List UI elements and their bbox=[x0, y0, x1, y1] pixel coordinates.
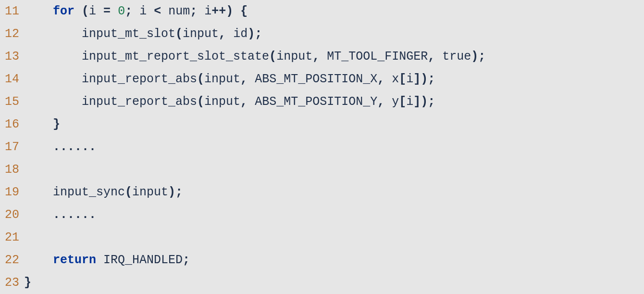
token-id: IRQ_HANDLED bbox=[103, 253, 183, 267]
line-number: 15 bbox=[0, 90, 24, 113]
token-txt bbox=[248, 72, 255, 86]
code-line: 16 } bbox=[0, 113, 644, 136]
token-pun: , bbox=[377, 95, 384, 109]
token-pun: = bbox=[103, 4, 111, 18]
token-kw: return bbox=[53, 253, 96, 267]
token-txt bbox=[384, 95, 392, 109]
token-id: i bbox=[89, 4, 96, 18]
line-number: 20 bbox=[0, 204, 24, 226]
code-text: input_mt_report_slot_state(input, MT_TOO… bbox=[24, 45, 485, 68]
code-line: 22 return IRQ_HANDLED; bbox=[0, 249, 644, 271]
token-pun: < bbox=[154, 4, 161, 18]
token-pun: ...... bbox=[53, 140, 96, 154]
code-line: 12 input_mt_slot(input, id); bbox=[0, 23, 644, 45]
code-text: } bbox=[24, 113, 60, 136]
token-pun: , bbox=[219, 27, 226, 41]
token-txt bbox=[24, 185, 53, 199]
token-id: i bbox=[406, 72, 413, 86]
token-pun: ; bbox=[190, 4, 197, 18]
token-txt bbox=[147, 4, 154, 18]
line-number: 21 bbox=[0, 226, 24, 249]
code-line: 15 input_report_abs(input, ABS_MT_POSITI… bbox=[0, 90, 644, 113]
code-block: 11 for (i = 0; i < num; i++) {12 input_m… bbox=[0, 0, 644, 294]
token-id: input bbox=[204, 95, 240, 109]
code-line: 18 bbox=[0, 158, 644, 181]
code-line: 17 ...... bbox=[0, 136, 644, 158]
token-pun: ++) bbox=[211, 4, 233, 18]
token-id: i bbox=[204, 4, 211, 18]
token-pun: , bbox=[312, 50, 320, 64]
token-id: id bbox=[233, 27, 248, 41]
line-number: 12 bbox=[0, 23, 24, 45]
token-pun: ( bbox=[125, 185, 132, 199]
token-pun: ...... bbox=[53, 208, 96, 222]
token-id: input_mt_report_slot_state bbox=[82, 50, 269, 64]
token-txt bbox=[24, 253, 53, 267]
token-id: i bbox=[139, 4, 147, 18]
token-id: MT_TOOL_FINGER bbox=[327, 50, 428, 64]
code-line: 21 bbox=[0, 226, 644, 249]
token-pun: ]); bbox=[413, 95, 435, 109]
token-txt bbox=[197, 4, 204, 18]
code-text: input_report_abs(input, ABS_MT_POSITION_… bbox=[24, 68, 435, 90]
line-number: 16 bbox=[0, 113, 24, 136]
token-id: true bbox=[442, 50, 471, 64]
code-text: } bbox=[24, 271, 31, 294]
code-text: ...... bbox=[24, 204, 96, 226]
code-text: for (i = 0; i < num; i++) { bbox=[24, 0, 248, 23]
code-text: return IRQ_HANDLED; bbox=[24, 249, 190, 271]
code-line: 14 input_report_abs(input, ABS_MT_POSITI… bbox=[0, 68, 644, 90]
token-txt bbox=[74, 4, 82, 18]
token-pun: ]); bbox=[413, 72, 435, 86]
token-pun: ); bbox=[471, 50, 485, 64]
token-pun: ; bbox=[183, 253, 190, 267]
token-pun: ( bbox=[82, 4, 89, 18]
token-pun: } bbox=[24, 276, 31, 290]
token-txt bbox=[233, 4, 240, 18]
token-txt bbox=[248, 95, 255, 109]
token-id: input bbox=[204, 72, 240, 86]
code-line: 11 for (i = 0; i < num; i++) { bbox=[0, 0, 644, 23]
token-pun: , bbox=[240, 95, 248, 109]
code-line: 20 ...... bbox=[0, 204, 644, 226]
line-number: 18 bbox=[0, 158, 24, 181]
line-number: 17 bbox=[0, 136, 24, 158]
token-id: input bbox=[183, 27, 219, 41]
token-txt bbox=[161, 4, 168, 18]
code-text: input_mt_slot(input, id); bbox=[24, 23, 262, 45]
token-txt bbox=[96, 253, 103, 267]
token-pun: ( bbox=[197, 72, 204, 86]
token-id: ABS_MT_POSITION_X bbox=[255, 72, 377, 86]
token-pun: ); bbox=[168, 185, 183, 199]
token-id: input bbox=[276, 50, 312, 64]
token-txt bbox=[24, 208, 53, 222]
token-id: y bbox=[392, 95, 399, 109]
token-id: input_sync bbox=[53, 185, 125, 199]
token-pun: ( bbox=[197, 95, 204, 109]
token-txt bbox=[384, 72, 392, 86]
token-id: num bbox=[168, 4, 190, 18]
line-number: 13 bbox=[0, 45, 24, 68]
token-id: input_report_abs bbox=[82, 95, 197, 109]
token-txt bbox=[24, 50, 82, 64]
code-text: ...... bbox=[24, 136, 96, 158]
code-line: 13 input_mt_report_slot_state(input, MT_… bbox=[0, 45, 644, 68]
code-text: input_sync(input); bbox=[24, 181, 183, 204]
token-pun: ( bbox=[269, 50, 276, 64]
token-txt bbox=[24, 140, 53, 154]
line-number: 23 bbox=[0, 271, 24, 294]
token-id: x bbox=[392, 72, 399, 86]
token-txt bbox=[24, 95, 82, 109]
token-pun: , bbox=[240, 72, 248, 86]
token-txt bbox=[96, 4, 103, 18]
line-number: 11 bbox=[0, 0, 24, 23]
token-pun: ; bbox=[125, 4, 132, 18]
token-id: input_report_abs bbox=[82, 72, 197, 86]
line-number: 14 bbox=[0, 68, 24, 90]
token-pun: , bbox=[428, 50, 435, 64]
token-pun: } bbox=[53, 117, 60, 131]
token-pun: ); bbox=[248, 27, 262, 41]
code-line: 23} bbox=[0, 271, 644, 294]
line-number: 19 bbox=[0, 181, 24, 204]
token-pun: [ bbox=[399, 95, 406, 109]
